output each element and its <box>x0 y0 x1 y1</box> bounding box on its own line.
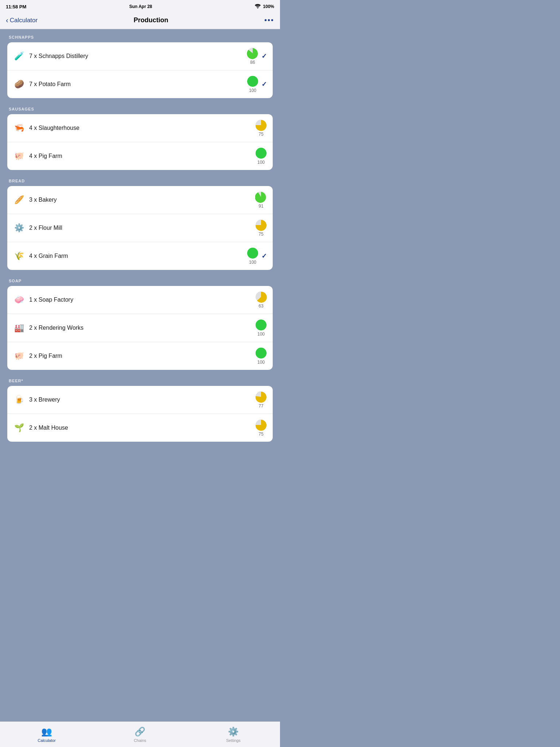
chevron-left-icon: ‹ <box>6 16 8 24</box>
building-icon: 🏭 <box>13 322 25 334</box>
efficiency-pie: 100 <box>247 76 258 93</box>
section-label-sausages: SAUSAGES <box>7 107 273 111</box>
table-row[interactable]: 🍺3 x Brewery 77 <box>7 386 273 414</box>
card-soap: 🧼1 x Soap Factory 63🏭2 x Rendering Works… <box>7 286 273 370</box>
svg-point-8 <box>256 320 267 330</box>
status-date: Sun Apr 28 <box>129 4 152 9</box>
efficiency-percent: 100 <box>257 332 265 337</box>
card-beer: 🍺3 x Brewery 77🌱2 x Malt House 75 <box>7 386 273 442</box>
efficiency-pie: 100 <box>255 347 267 365</box>
building-icon: 🌱 <box>13 422 25 434</box>
svg-point-3 <box>256 148 267 159</box>
check-icon: ✓ <box>261 52 267 60</box>
efficiency-percent: 100 <box>249 88 256 93</box>
section-label-bread: BREAD <box>7 179 273 183</box>
status-bar: 11:58 PM Sun Apr 28 100% <box>0 0 280 13</box>
section-label-beer: BEER* <box>7 379 273 383</box>
efficiency-percent: 75 <box>258 232 263 237</box>
row-label: 2 x Flour Mill <box>29 225 62 231</box>
efficiency-pie: 77 <box>255 391 267 409</box>
svg-point-1 <box>247 76 258 87</box>
more-button[interactable]: ••• <box>264 16 274 24</box>
efficiency-percent: 100 <box>257 360 265 365</box>
card-bread: 🥖3 x Bakery 91⚙️2 x Flour Mill 75🌾4 x Gr… <box>7 186 273 270</box>
efficiency-pie: 63 <box>255 291 267 309</box>
building-icon: 🦐 <box>13 122 25 134</box>
efficiency-pie: 75 <box>255 419 267 437</box>
back-label: Calculator <box>10 17 38 24</box>
efficiency-pie: 86 <box>247 47 258 65</box>
section-beer: BEER*🍺3 x Brewery 77🌱2 x Malt House 75 <box>7 379 273 442</box>
row-label: 3 x Bakery <box>29 197 57 203</box>
status-right: 100% <box>255 4 274 9</box>
table-row[interactable]: 🐖2 x Pig Farm 100 <box>7 342 273 370</box>
check-icon: ✓ <box>261 80 267 88</box>
efficiency-percent: 77 <box>258 403 263 409</box>
content-area: SCHNAPPS🧪7 x Schnapps Distillery 86✓🥔7 x… <box>0 29 280 480</box>
row-label: 1 x Soap Factory <box>29 297 73 303</box>
building-icon: 🐖 <box>13 350 25 362</box>
section-bread: BREAD🥖3 x Bakery 91⚙️2 x Flour Mill 75🌾4… <box>7 179 273 270</box>
building-icon: ⚙️ <box>13 222 25 234</box>
building-icon: 🧼 <box>13 294 25 306</box>
efficiency-percent: 75 <box>258 431 263 437</box>
building-icon: 🐖 <box>13 150 25 162</box>
page-title: Production <box>134 16 168 24</box>
row-label: 3 x Brewery <box>29 396 60 403</box>
row-label: 2 x Malt House <box>29 425 68 431</box>
building-icon: 🥔 <box>13 78 25 90</box>
section-label-soap: SOAP <box>7 279 273 283</box>
row-label: 4 x Pig Farm <box>29 153 62 159</box>
table-row[interactable]: ⚙️2 x Flour Mill 75 <box>7 214 273 242</box>
efficiency-percent: 63 <box>258 303 263 309</box>
section-label-schnapps: SCHNAPPS <box>7 35 273 39</box>
status-time: 11:58 PM <box>6 4 26 9</box>
building-icon: 🌾 <box>13 250 25 262</box>
row-label: 7 x Schnapps Distillery <box>29 53 88 59</box>
table-row[interactable]: 🥔7 x Potato Farm 100✓ <box>7 70 273 98</box>
table-row[interactable]: 🦐4 x Slaughterhouse 75 <box>7 114 273 142</box>
efficiency-pie: 100 <box>247 247 258 265</box>
row-label: 7 x Potato Farm <box>29 81 71 88</box>
row-label: 2 x Rendering Works <box>29 325 83 331</box>
efficiency-pie: 91 <box>255 191 267 209</box>
efficiency-percent: 75 <box>258 132 263 137</box>
efficiency-percent: 91 <box>258 204 263 209</box>
table-row[interactable]: 🧪7 x Schnapps Distillery 86✓ <box>7 42 273 70</box>
table-row[interactable]: 🌱2 x Malt House 75 <box>7 414 273 442</box>
check-icon: ✓ <box>261 252 267 260</box>
building-icon: 🍺 <box>13 394 25 406</box>
efficiency-pie: 100 <box>255 319 267 337</box>
table-row[interactable]: 🧼1 x Soap Factory 63 <box>7 286 273 314</box>
efficiency-pie: 100 <box>255 147 267 165</box>
section-schnapps: SCHNAPPS🧪7 x Schnapps Distillery 86✓🥔7 x… <box>7 35 273 98</box>
efficiency-pie: 75 <box>255 219 267 237</box>
section-soap: SOAP🧼1 x Soap Factory 63🏭2 x Rendering W… <box>7 279 273 370</box>
section-sausages: SAUSAGES🦐4 x Slaughterhouse 75🐖4 x Pig F… <box>7 107 273 170</box>
table-row[interactable]: 🥖3 x Bakery 91 <box>7 186 273 214</box>
building-icon: 🥖 <box>13 194 25 206</box>
efficiency-percent: 100 <box>257 160 265 165</box>
table-row[interactable]: 🏭2 x Rendering Works 100 <box>7 314 273 342</box>
svg-point-9 <box>256 348 267 359</box>
row-label: 4 x Grain Farm <box>29 253 68 259</box>
row-label: 4 x Slaughterhouse <box>29 125 79 131</box>
card-schnapps: 🧪7 x Schnapps Distillery 86✓🥔7 x Potato … <box>7 42 273 98</box>
battery-level: 100% <box>263 4 274 9</box>
efficiency-percent: 86 <box>250 60 255 65</box>
row-label: 2 x Pig Farm <box>29 353 62 359</box>
wifi-icon <box>255 4 261 9</box>
efficiency-pie: 75 <box>255 119 267 137</box>
nav-bar: ‹ Calculator Production ••• <box>0 13 280 29</box>
table-row[interactable]: 🐖4 x Pig Farm 100 <box>7 142 273 170</box>
efficiency-percent: 100 <box>249 260 256 265</box>
svg-point-6 <box>247 248 258 259</box>
building-icon: 🧪 <box>13 50 25 62</box>
back-button[interactable]: ‹ Calculator <box>6 16 38 24</box>
card-sausages: 🦐4 x Slaughterhouse 75🐖4 x Pig Farm 100 <box>7 114 273 170</box>
table-row[interactable]: 🌾4 x Grain Farm 100✓ <box>7 242 273 270</box>
